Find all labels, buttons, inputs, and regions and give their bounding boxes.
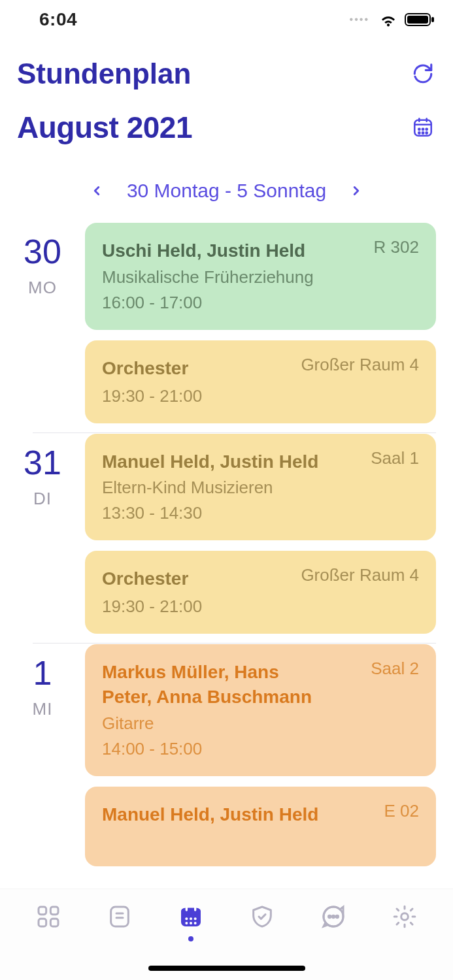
svg-point-8 (422, 129, 424, 130)
svg-point-28 (190, 922, 192, 924)
svg-point-34 (401, 913, 408, 921)
battery-icon (405, 12, 435, 27)
svg-rect-16 (51, 919, 59, 926)
event-card[interactable]: E 02 Manuel Held, Justin Held (85, 787, 436, 866)
event-time: 19:30 - 21:00 (102, 596, 419, 617)
svg-point-27 (185, 922, 188, 924)
calendar-button[interactable] (410, 114, 436, 140)
svg-rect-17 (111, 907, 129, 926)
event-card[interactable]: Großer Raum 4 Orchester 19:30 - 21:00 (85, 551, 436, 634)
status-bar: 6:04 •••• (0, 0, 453, 39)
svg-point-32 (332, 915, 334, 917)
day-row: 1 MI Saal 2 Markus Müller, Hans Peter, A… (0, 644, 436, 875)
day-number: 1 (0, 656, 85, 690)
svg-point-9 (426, 129, 428, 130)
svg-point-25 (190, 917, 192, 920)
event-room: R 302 (374, 237, 419, 257)
day-abbr: DI (0, 489, 85, 509)
tab-notes[interactable] (100, 904, 139, 930)
svg-point-24 (185, 917, 188, 920)
refresh-button[interactable] (410, 61, 436, 87)
day-row: 31 DI Saal 1 Manuel Held, Justin Held El… (0, 433, 436, 644)
event-card[interactable]: R 302 Uschi Held, Justin Held Musikalisc… (85, 223, 436, 330)
home-indicator[interactable] (148, 966, 305, 971)
event-subtitle: Eltern-Kind Musizieren (102, 478, 419, 498)
tab-chat[interactable] (314, 904, 353, 930)
svg-point-33 (336, 915, 338, 917)
day-number: 31 (0, 446, 85, 480)
svg-rect-21 (181, 908, 201, 915)
week-navigator: 30 Montag - 5 Sonntag (0, 165, 453, 222)
status-time: 6:04 (39, 9, 77, 30)
status-icons: •••• (350, 12, 435, 27)
tab-dashboard[interactable] (29, 904, 68, 930)
event-room: Saal 2 (371, 659, 419, 679)
day-row: 30 MO R 302 Uschi Held, Justin Held Musi… (0, 222, 436, 433)
svg-rect-1 (407, 16, 428, 24)
tab-settings[interactable] (385, 904, 424, 930)
page-title: Stundenplan (17, 57, 191, 90)
event-card[interactable]: Großer Raum 4 Orchester 19:30 - 21:00 (85, 340, 436, 423)
svg-point-11 (422, 132, 424, 133)
event-room: E 02 (384, 801, 420, 821)
svg-point-12 (426, 132, 428, 133)
day-header: 30 MO (0, 223, 85, 298)
day-header: 31 DI (0, 434, 85, 509)
svg-point-10 (418, 132, 420, 133)
prev-week-button[interactable] (85, 179, 109, 203)
svg-point-26 (194, 917, 197, 920)
svg-point-29 (194, 922, 197, 924)
svg-rect-2 (431, 17, 434, 22)
event-card[interactable]: Saal 1 Manuel Held, Justin Held Eltern-K… (85, 434, 436, 541)
event-time: 14:00 - 15:00 (102, 739, 419, 759)
schedule-list: 30 MO R 302 Uschi Held, Justin Held Musi… (0, 222, 453, 875)
event-title: Manuel Held, Justin Held (102, 802, 419, 827)
event-room: Großer Raum 4 (301, 565, 419, 585)
event-time: 13:30 - 14:30 (102, 503, 419, 523)
event-card[interactable]: Saal 2 Markus Müller, Hans Peter, Anna B… (85, 644, 436, 776)
event-title: Uschi Held, Justin Held (102, 238, 419, 263)
svg-rect-13 (39, 907, 46, 915)
active-tab-indicator-icon (188, 936, 193, 941)
day-abbr: MO (0, 278, 85, 298)
day-header: 1 MI (0, 644, 85, 719)
month-title: August 2021 (17, 110, 192, 145)
svg-rect-14 (51, 907, 59, 915)
week-range-label[interactable]: 30 Montag - 5 Sonntag (127, 180, 326, 202)
event-subtitle: Musikalische Früherziehung (102, 267, 419, 287)
tab-security[interactable] (243, 904, 282, 930)
svg-rect-15 (39, 919, 46, 926)
svg-point-31 (328, 915, 330, 917)
day-abbr: MI (0, 699, 85, 719)
event-time: 19:30 - 21:00 (102, 386, 419, 406)
day-number: 30 (0, 235, 85, 269)
event-room: Großer Raum 4 (301, 355, 419, 375)
wifi-icon (378, 12, 398, 27)
cellular-dots-icon: •••• (350, 14, 369, 25)
next-week-button[interactable] (344, 179, 368, 203)
tab-schedule[interactable] (171, 904, 210, 941)
event-room: Saal 1 (371, 448, 419, 468)
event-subtitle: Gitarre (102, 713, 419, 734)
svg-point-7 (418, 129, 420, 130)
event-time: 16:00 - 17:00 (102, 293, 419, 313)
